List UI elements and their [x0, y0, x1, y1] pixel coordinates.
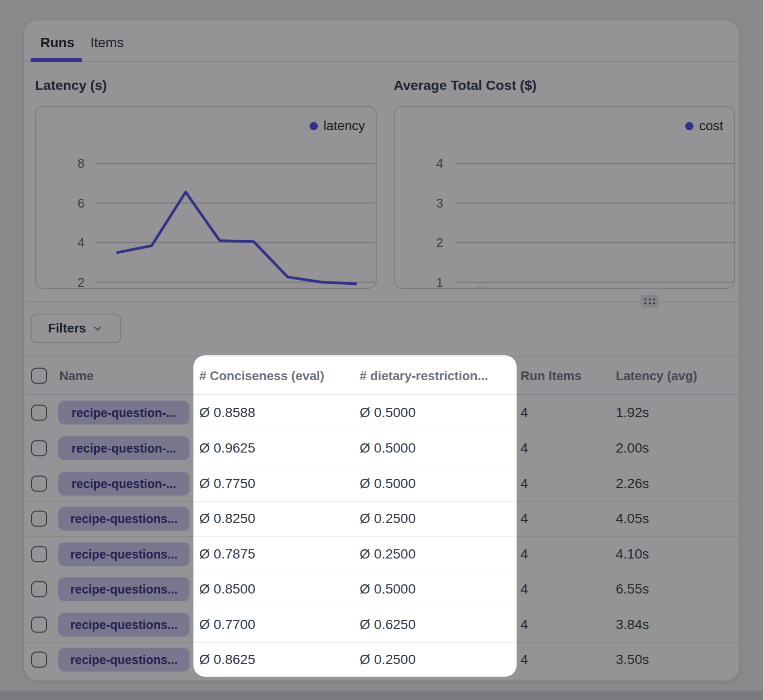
- latency-chart-panel: 2468 latency: [35, 106, 377, 289]
- row-checkbox[interactable]: [31, 475, 47, 491]
- latency-avg-value: 1.92s: [616, 405, 649, 420]
- drag-dot-icon: [644, 298, 646, 300]
- drag-dot-icon: [649, 302, 651, 304]
- runs-table-body: recipe-question-... Ø 0.8588 Ø 0.5000 4 …: [24, 395, 739, 677]
- y-tick-label: 4: [436, 156, 443, 171]
- filters-button[interactable]: Filters: [31, 314, 121, 343]
- cost-legend: cost: [685, 119, 723, 134]
- run-name-badge[interactable]: recipe-question-...: [58, 401, 190, 425]
- latency-legend-label: latency: [323, 119, 365, 134]
- latency-avg-value: 4.05s: [616, 511, 649, 526]
- table-row: recipe-questions... Ø 0.8250 Ø 0.2500 4 …: [24, 501, 739, 537]
- table-row: recipe-question-... Ø 0.8588 Ø 0.5000 4 …: [24, 395, 739, 431]
- drag-dot-icon: [644, 302, 646, 304]
- dietary-value: Ø 0.2500: [360, 652, 416, 667]
- dietary-value: Ø 0.5000: [360, 581, 416, 597]
- active-tab-indicator: [31, 58, 82, 62]
- run-items-value: 4: [520, 440, 528, 456]
- conciseness-value: Ø 0.7700: [199, 617, 255, 632]
- drag-dot-icon: [649, 298, 651, 300]
- latency-legend-dot-icon: [310, 122, 318, 130]
- conciseness-value: Ø 0.9625: [199, 440, 255, 456]
- y-tick-label: 1: [436, 275, 443, 288]
- cost-line-chart: 1234: [395, 107, 734, 288]
- conciseness-value: Ø 0.7750: [199, 476, 255, 491]
- panel-resize-handle[interactable]: [641, 295, 659, 308]
- row-checkbox[interactable]: [31, 440, 47, 456]
- run-name-badge[interactable]: recipe-questions...: [58, 648, 190, 672]
- header-run-items[interactable]: Run Items: [520, 368, 582, 384]
- run-name-badge[interactable]: recipe-questions...: [58, 578, 190, 601]
- run-items-value: 4: [520, 652, 528, 667]
- latency-avg-value: 3.50s: [616, 652, 649, 667]
- dietary-value: Ø 0.5000: [360, 440, 416, 456]
- header-dietary-restriction[interactable]: # dietary-restriction...: [360, 368, 488, 384]
- run-items-value: 4: [520, 511, 528, 526]
- table-row: recipe-questions... Ø 0.7700 Ø 0.6250 4 …: [24, 607, 739, 642]
- conciseness-value: Ø 0.8500: [199, 581, 255, 597]
- row-checkbox[interactable]: [31, 511, 47, 527]
- y-tick-label: 2: [78, 275, 85, 288]
- run-name-badge[interactable]: recipe-questions...: [58, 542, 190, 566]
- row-checkbox[interactable]: [31, 652, 47, 668]
- header-name[interactable]: Name: [59, 368, 94, 384]
- table-row: recipe-questions... Ø 0.8500 Ø 0.5000 4 …: [24, 572, 739, 607]
- y-tick-label: 4: [78, 235, 85, 250]
- latency-avg-value: 3.84s: [616, 617, 649, 632]
- row-checkbox[interactable]: [31, 581, 47, 597]
- run-name-badge[interactable]: recipe-question-...: [58, 437, 190, 460]
- cost-chart-title: Average Total Cost ($): [394, 78, 537, 93]
- tab-bar: Runs Items: [24, 20, 739, 62]
- run-items-value: 4: [520, 405, 528, 420]
- run-name-badge[interactable]: recipe-questions...: [58, 507, 190, 531]
- latency-series-line: [118, 192, 356, 284]
- dietary-value: Ø 0.5000: [360, 476, 416, 491]
- row-checkbox[interactable]: [31, 616, 47, 632]
- dietary-value: Ø 0.6250: [360, 617, 416, 632]
- cost-legend-dot-icon: [685, 122, 694, 130]
- conciseness-value: Ø 0.8625: [199, 652, 255, 667]
- conciseness-value: Ø 0.8250: [199, 511, 255, 526]
- table-row: recipe-question-... Ø 0.7750 Ø 0.5000 4 …: [24, 466, 739, 501]
- table-row: recipe-questions... Ø 0.8625 Ø 0.2500 4 …: [24, 642, 739, 678]
- cost-legend-label: cost: [699, 119, 723, 134]
- section-divider: [24, 301, 739, 302]
- chevron-down-icon: [92, 323, 104, 334]
- dietary-value: Ø 0.2500: [360, 546, 416, 562]
- y-tick-label: 8: [78, 156, 85, 171]
- drag-dot-icon: [653, 298, 655, 300]
- latency-avg-value: 2.00s: [616, 440, 649, 456]
- latency-avg-value: 2.26s: [616, 476, 649, 491]
- latency-avg-value: 6.55s: [616, 581, 649, 597]
- latency-avg-value: 4.10s: [616, 546, 649, 562]
- tab-runs[interactable]: Runs: [40, 35, 74, 51]
- y-tick-label: 3: [436, 196, 443, 210]
- table-row: recipe-question-... Ø 0.9625 Ø 0.5000 4 …: [24, 431, 739, 466]
- latency-chart-title: Latency (s): [35, 78, 107, 93]
- y-tick-label: 2: [436, 235, 443, 250]
- conciseness-value: Ø 0.8588: [199, 405, 255, 420]
- dietary-value: Ø 0.2500: [360, 511, 416, 526]
- runs-dashboard-card: Runs Items Latency (s) Average Total Cos…: [24, 20, 739, 681]
- tab-items[interactable]: Items: [90, 35, 123, 51]
- latency-legend: latency: [310, 119, 365, 134]
- table-row: recipe-questions... Ø 0.7875 Ø 0.2500 4 …: [24, 536, 739, 572]
- run-name-badge[interactable]: recipe-questions...: [58, 612, 190, 636]
- y-tick-label: 6: [78, 196, 85, 210]
- row-checkbox[interactable]: [31, 405, 47, 421]
- header-latency-avg[interactable]: Latency (avg): [616, 368, 697, 384]
- run-items-value: 4: [520, 617, 528, 632]
- run-name-badge[interactable]: recipe-question-...: [58, 472, 190, 495]
- filters-button-label: Filters: [48, 321, 86, 336]
- row-checkbox[interactable]: [31, 546, 47, 562]
- drag-dot-icon: [653, 302, 655, 304]
- header-conciseness[interactable]: # Conciseness (eval): [199, 368, 324, 384]
- table-header-row: Name # Conciseness (eval) # dietary-rest…: [24, 356, 739, 395]
- dietary-value: Ø 0.5000: [360, 405, 416, 420]
- run-items-value: 4: [520, 476, 528, 491]
- run-items-value: 4: [520, 546, 528, 562]
- latency-line-chart: 2468: [36, 107, 376, 288]
- select-all-checkbox[interactable]: [31, 368, 47, 384]
- cost-chart-panel: 1234 cost: [394, 106, 735, 289]
- conciseness-value: Ø 0.7875: [199, 546, 255, 562]
